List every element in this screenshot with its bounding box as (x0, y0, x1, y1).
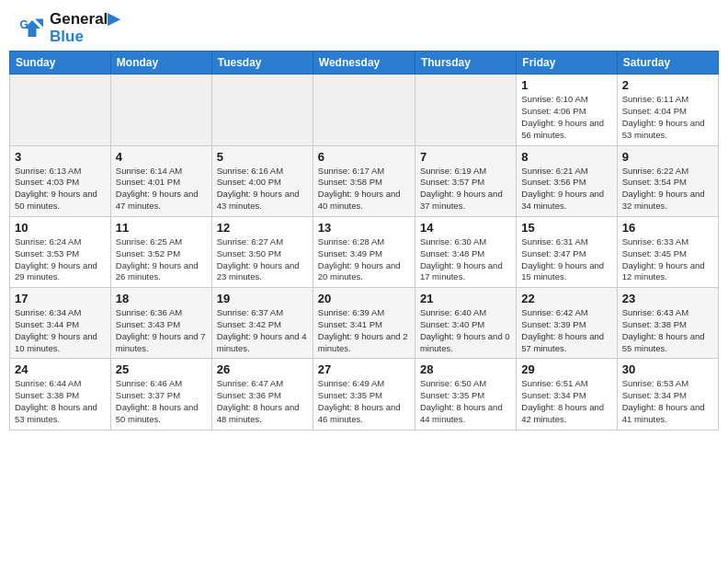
day-number: 29 (521, 362, 611, 376)
day-number: 18 (116, 292, 207, 305)
calendar-cell (211, 75, 313, 145)
calendar-cell: 15Sunrise: 6:31 AMSunset: 3:47 PMDayligh… (517, 216, 617, 287)
calendar-cell: 20Sunrise: 6:39 AMSunset: 3:41 PMDayligh… (313, 288, 415, 359)
day-number: 2 (622, 78, 713, 92)
day-detail: Sunrise: 6:37 AMSunset: 3:42 PMDaylight:… (217, 307, 308, 354)
day-number: 10 (15, 221, 106, 235)
calendar-cell: 12Sunrise: 6:27 AMSunset: 3:50 PMDayligh… (211, 216, 313, 287)
logo-text: General▶ Blue (50, 11, 119, 45)
calendar-cell (313, 75, 415, 145)
day-detail: Sunrise: 6:51 AMSunset: 3:34 PMDaylight:… (521, 378, 611, 425)
day-detail: Sunrise: 6:27 AMSunset: 3:50 PMDaylight:… (217, 236, 308, 283)
day-number: 7 (420, 150, 511, 164)
calendar-cell: 30Sunrise: 6:53 AMSunset: 3:34 PMDayligh… (617, 359, 718, 430)
day-number: 23 (622, 292, 713, 305)
day-detail: Sunrise: 6:17 AMSunset: 3:58 PMDaylight:… (318, 166, 410, 213)
page-header: G General▶ Blue (0, 0, 728, 51)
weekday-header: Sunday (10, 52, 111, 75)
calendar-cell: 26Sunrise: 6:47 AMSunset: 3:36 PMDayligh… (211, 359, 313, 430)
day-detail: Sunrise: 6:16 AMSunset: 4:00 PMDaylight:… (217, 166, 308, 213)
calendar-cell: 14Sunrise: 6:30 AMSunset: 3:48 PMDayligh… (415, 216, 516, 287)
calendar-cell: 28Sunrise: 6:50 AMSunset: 3:35 PMDayligh… (415, 359, 516, 430)
day-number: 9 (622, 150, 713, 164)
day-number: 5 (217, 150, 308, 164)
calendar-cell: 21Sunrise: 6:40 AMSunset: 3:40 PMDayligh… (415, 288, 516, 359)
logo: G General▶ Blue (18, 11, 119, 45)
day-number: 30 (622, 362, 713, 376)
svg-text:G: G (20, 18, 28, 31)
calendar-cell: 13Sunrise: 6:28 AMSunset: 3:49 PMDayligh… (313, 216, 415, 287)
day-number: 22 (521, 292, 611, 305)
calendar-cell: 3Sunrise: 6:13 AMSunset: 4:03 PMDaylight… (10, 145, 111, 216)
calendar-cell: 17Sunrise: 6:34 AMSunset: 3:44 PMDayligh… (10, 288, 111, 359)
calendar-cell (415, 75, 516, 145)
day-detail: Sunrise: 6:50 AMSunset: 3:35 PMDaylight:… (420, 378, 511, 425)
weekday-header: Tuesday (211, 52, 313, 75)
weekday-header: Saturday (617, 52, 718, 75)
calendar-cell: 27Sunrise: 6:49 AMSunset: 3:35 PMDayligh… (313, 359, 415, 430)
day-detail: Sunrise: 6:33 AMSunset: 3:45 PMDaylight:… (622, 236, 713, 283)
day-detail: Sunrise: 6:31 AMSunset: 3:47 PMDaylight:… (521, 236, 611, 283)
day-number: 27 (318, 362, 410, 376)
calendar-cell: 6Sunrise: 6:17 AMSunset: 3:58 PMDaylight… (313, 145, 415, 216)
calendar-cell: 22Sunrise: 6:42 AMSunset: 3:39 PMDayligh… (517, 288, 617, 359)
day-detail: Sunrise: 6:14 AMSunset: 4:01 PMDaylight:… (116, 166, 207, 213)
calendar-cell (110, 75, 211, 145)
day-detail: Sunrise: 6:40 AMSunset: 3:40 PMDaylight:… (420, 307, 511, 354)
day-number: 11 (116, 221, 207, 235)
day-detail: Sunrise: 6:53 AMSunset: 3:34 PMDaylight:… (622, 378, 713, 425)
day-number: 3 (15, 150, 106, 164)
calendar-cell: 29Sunrise: 6:51 AMSunset: 3:34 PMDayligh… (517, 359, 617, 430)
calendar-cell (10, 75, 111, 145)
day-detail: Sunrise: 6:28 AMSunset: 3:49 PMDaylight:… (318, 236, 410, 283)
day-number: 19 (217, 292, 308, 305)
day-detail: Sunrise: 6:11 AMSunset: 4:04 PMDaylight:… (622, 94, 713, 141)
calendar-cell: 8Sunrise: 6:21 AMSunset: 3:56 PMDaylight… (517, 145, 617, 216)
day-detail: Sunrise: 6:34 AMSunset: 3:44 PMDaylight:… (15, 307, 106, 354)
day-number: 16 (622, 221, 713, 235)
weekday-header: Friday (517, 52, 617, 75)
day-detail: Sunrise: 6:13 AMSunset: 4:03 PMDaylight:… (15, 166, 106, 213)
day-detail: Sunrise: 6:22 AMSunset: 3:54 PMDaylight:… (622, 166, 713, 213)
day-number: 6 (318, 150, 410, 164)
weekday-header: Monday (110, 52, 211, 75)
day-number: 12 (217, 221, 308, 235)
day-number: 17 (15, 292, 106, 305)
day-number: 25 (116, 362, 207, 376)
day-detail: Sunrise: 6:44 AMSunset: 3:38 PMDaylight:… (15, 378, 106, 425)
calendar-cell: 7Sunrise: 6:19 AMSunset: 3:57 PMDaylight… (415, 145, 516, 216)
day-detail: Sunrise: 6:42 AMSunset: 3:39 PMDaylight:… (521, 307, 611, 354)
weekday-header: Wednesday (313, 52, 415, 75)
day-number: 14 (420, 221, 511, 235)
day-detail: Sunrise: 6:19 AMSunset: 3:57 PMDaylight:… (420, 166, 511, 213)
calendar-container: SundayMondayTuesdayWednesdayThursdayFrid… (0, 51, 728, 439)
day-number: 21 (420, 292, 511, 305)
calendar-cell: 1Sunrise: 6:10 AMSunset: 4:06 PMDaylight… (517, 75, 617, 145)
weekday-header: Thursday (415, 52, 516, 75)
day-number: 28 (420, 362, 511, 376)
day-detail: Sunrise: 6:49 AMSunset: 3:35 PMDaylight:… (318, 378, 410, 425)
day-detail: Sunrise: 6:36 AMSunset: 3:43 PMDaylight:… (116, 307, 207, 354)
day-detail: Sunrise: 6:10 AMSunset: 4:06 PMDaylight:… (521, 94, 611, 141)
calendar-table: SundayMondayTuesdayWednesdayThursdayFrid… (9, 51, 719, 430)
calendar-cell: 19Sunrise: 6:37 AMSunset: 3:42 PMDayligh… (211, 288, 313, 359)
calendar-cell: 24Sunrise: 6:44 AMSunset: 3:38 PMDayligh… (10, 359, 111, 430)
day-number: 8 (521, 150, 611, 164)
day-number: 13 (318, 221, 410, 235)
day-detail: Sunrise: 6:46 AMSunset: 3:37 PMDaylight:… (116, 378, 207, 425)
day-detail: Sunrise: 6:39 AMSunset: 3:41 PMDaylight:… (318, 307, 410, 354)
day-number: 4 (116, 150, 207, 164)
calendar-cell: 18Sunrise: 6:36 AMSunset: 3:43 PMDayligh… (110, 288, 211, 359)
day-number: 1 (521, 78, 611, 92)
day-detail: Sunrise: 6:21 AMSunset: 3:56 PMDaylight:… (521, 166, 611, 213)
day-detail: Sunrise: 6:25 AMSunset: 3:52 PMDaylight:… (116, 236, 207, 283)
calendar-cell: 9Sunrise: 6:22 AMSunset: 3:54 PMDaylight… (617, 145, 718, 216)
day-number: 20 (318, 292, 410, 305)
calendar-cell: 5Sunrise: 6:16 AMSunset: 4:00 PMDaylight… (211, 145, 313, 216)
calendar-cell: 11Sunrise: 6:25 AMSunset: 3:52 PMDayligh… (110, 216, 211, 287)
calendar-cell: 2Sunrise: 6:11 AMSunset: 4:04 PMDaylight… (617, 75, 718, 145)
day-detail: Sunrise: 6:47 AMSunset: 3:36 PMDaylight:… (217, 378, 308, 425)
day-number: 26 (217, 362, 308, 376)
logo-icon: G (18, 15, 46, 42)
day-detail: Sunrise: 6:30 AMSunset: 3:48 PMDaylight:… (420, 236, 511, 283)
